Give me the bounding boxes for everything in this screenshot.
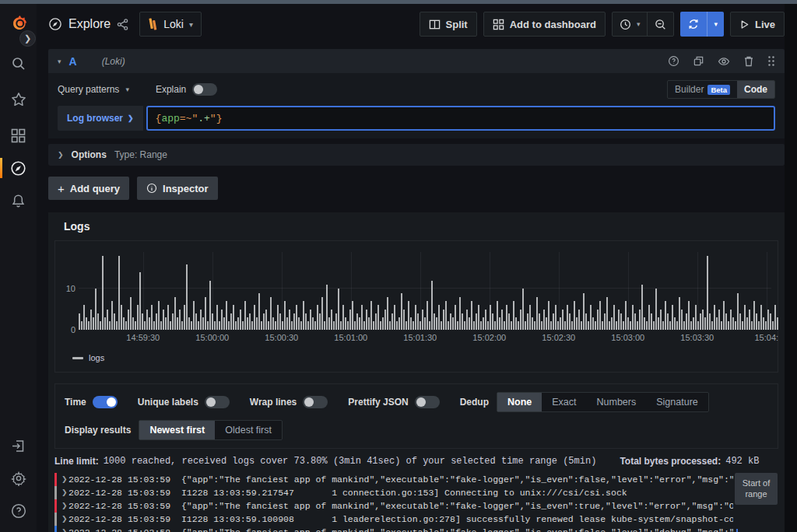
- dashboards-icon[interactable]: [0, 125, 37, 145]
- options-summary: Type: Range: [114, 149, 167, 160]
- log-line-text: 2022-12-28 15:03:59 I1228 13:03:59.21754…: [68, 486, 627, 499]
- query-token: ": [210, 113, 216, 124]
- explore-compass-icon[interactable]: [0, 158, 37, 178]
- hide-response-eye-icon[interactable]: [718, 55, 730, 68]
- beta-badge: Beta: [707, 85, 730, 95]
- run-query-button[interactable]: [680, 12, 707, 37]
- dedup-option-numbers[interactable]: Numbers: [587, 393, 647, 411]
- query-options-row[interactable]: ❯ Options Type: Range: [48, 144, 785, 166]
- x-gridline: [282, 252, 283, 330]
- split-label: Split: [446, 19, 468, 30]
- x-gridline: [420, 252, 421, 330]
- inspector-button[interactable]: Inspector: [137, 177, 218, 200]
- sync-icon: [688, 19, 699, 30]
- expand-row-caret-icon[interactable]: ❯: [61, 473, 68, 486]
- toggle-prettify-json[interactable]: [415, 396, 440, 408]
- dedup-option-none[interactable]: None: [497, 393, 542, 411]
- display-option-oldest-first[interactable]: Oldest first: [215, 421, 282, 439]
- log-row[interactable]: ❯2022-12-28 15:03:58 {"app":"The fancies…: [54, 526, 733, 532]
- dedup-option-exact[interactable]: Exact: [542, 393, 586, 411]
- chevron-right-icon: ❯: [58, 151, 64, 159]
- logs-panel-title: Logs: [51, 219, 781, 240]
- toggle-label: Unique labels: [138, 397, 198, 408]
- expand-row-caret-icon[interactable]: ❯: [61, 486, 68, 499]
- toggle-label: Prettify JSON: [348, 397, 408, 408]
- page-title: Explore: [68, 17, 111, 31]
- explain-label: Explain: [156, 84, 186, 95]
- x-tick-label: 15:02:30: [542, 333, 575, 342]
- query-code-input[interactable]: {app=~".+"}: [146, 106, 775, 131]
- log-rows-list: ❯2022-12-28 15:03:59 {"app":"The fancies…: [54, 473, 733, 532]
- options-label[interactable]: Options: [72, 149, 107, 160]
- bytes-processed-label: Total bytes processed:: [620, 456, 721, 467]
- help-icon[interactable]: [0, 501, 37, 521]
- x-gridline: [143, 252, 144, 330]
- query-patterns-dropdown[interactable]: Query patterns: [58, 84, 119, 95]
- duplicate-query-icon[interactable]: [693, 55, 704, 67]
- starred-icon[interactable]: [0, 89, 37, 110]
- x-gridline: [697, 252, 698, 330]
- alerting-bell-icon[interactable]: [0, 191, 37, 211]
- chevron-right-icon: ❯: [128, 114, 134, 122]
- chevron-down-icon: ▾: [714, 20, 718, 28]
- search-icon[interactable]: [0, 54, 37, 74]
- log-level-indicator: [54, 513, 57, 526]
- split-button[interactable]: Split: [420, 12, 477, 37]
- datasource-name: Loki: [163, 18, 184, 30]
- log-row[interactable]: ❯2022-12-28 15:03:59 I1228 13:03:59.2175…: [54, 486, 733, 499]
- code-label: Code: [744, 84, 767, 95]
- time-picker-button[interactable]: ▾: [613, 12, 648, 36]
- code-mode-option[interactable]: Code: [737, 81, 774, 98]
- sidebar-expand-button[interactable]: ❯: [19, 30, 36, 47]
- share-shortlink-icon[interactable]: [117, 19, 128, 30]
- line-limit-value: 1000 reached, received logs cover 73.80%…: [104, 456, 597, 467]
- refresh-interval-dropdown[interactable]: ▾: [707, 12, 724, 37]
- query-row-header[interactable]: ▾ A (Loki): [48, 49, 785, 73]
- builder-mode-option[interactable]: Builder Beta: [668, 81, 737, 98]
- query-token: app: [161, 113, 179, 124]
- window-top-edge: [0, 0, 797, 4]
- log-row[interactable]: ❯2022-12-28 15:03:59 I1228 13:03:59.1009…: [54, 513, 733, 526]
- loki-logo-icon: [148, 18, 158, 31]
- toggle-label: Time: [65, 397, 86, 408]
- legend-series-label[interactable]: logs: [89, 353, 104, 362]
- datasource-picker[interactable]: Loki ▾: [139, 12, 202, 37]
- live-label: Live: [755, 19, 775, 30]
- zoom-out-time-button[interactable]: [647, 12, 673, 36]
- chart-plot-area[interactable]: 010: [79, 252, 771, 330]
- display-option-newest-first[interactable]: Newest first: [139, 421, 215, 439]
- add-query-button[interactable]: + Add query: [48, 177, 129, 200]
- query-token: ": [191, 113, 198, 124]
- add-to-dashboard-button[interactable]: Add to dashboard: [483, 12, 606, 37]
- explain-toggle[interactable]: [192, 83, 217, 96]
- log-line-text: 2022-12-28 15:03:58 {"app":"The fanciest…: [68, 526, 733, 532]
- explore-toolbar: Explore Loki ▾: [48, 4, 785, 44]
- expand-row-caret-icon[interactable]: ❯: [61, 499, 68, 513]
- live-button[interactable]: Live: [730, 12, 785, 37]
- expand-row-caret-icon[interactable]: ❯: [61, 513, 68, 526]
- x-tick-label: 15:04:: [754, 333, 778, 342]
- log-nav-range-line: [736, 529, 738, 532]
- toggle-wrap-lines[interactable]: [303, 396, 328, 408]
- time-controls-group: ▾: [612, 12, 675, 37]
- x-gridline: [212, 252, 213, 330]
- configuration-gear-icon[interactable]: [0, 468, 37, 488]
- sign-in-icon[interactable]: [0, 436, 37, 456]
- y-tick-label: 0: [58, 325, 75, 334]
- display-results-group: Newest firstOldest first: [139, 420, 283, 440]
- log-row[interactable]: ❯2022-12-28 15:03:59 {"app":"The fancies…: [54, 473, 733, 486]
- collapse-caret-icon[interactable]: ▾: [58, 58, 61, 65]
- dedup-option-signature[interactable]: Signature: [646, 393, 708, 411]
- log-line-text: 2022-12-28 15:03:59 {"app":"The fanciest…: [68, 499, 733, 513]
- toggle-time[interactable]: [93, 396, 118, 408]
- builder-label: Builder: [675, 84, 704, 95]
- remove-query-trash-icon[interactable]: [743, 55, 754, 67]
- drag-handle-grip-icon[interactable]: [767, 55, 775, 67]
- start-of-range-button[interactable]: Start of range: [735, 473, 778, 505]
- log-browser-button[interactable]: Log browser ❯: [58, 106, 143, 131]
- help-circle-icon[interactable]: [668, 55, 679, 67]
- expand-row-caret-icon[interactable]: ❯: [61, 526, 68, 532]
- toggle-unique-labels[interactable]: [205, 396, 230, 408]
- log-row[interactable]: ❯2022-12-28 15:03:59 {"app":"The fancies…: [54, 499, 733, 513]
- inspector-label: Inspector: [163, 183, 209, 194]
